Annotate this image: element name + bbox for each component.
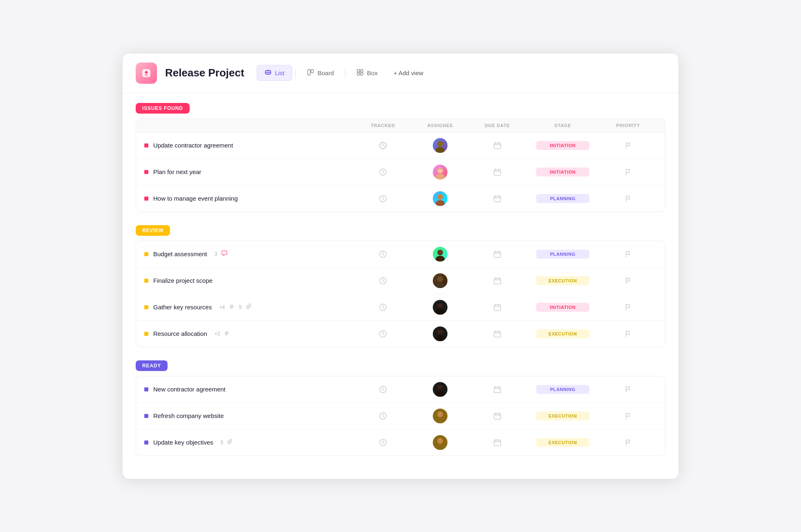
avatar <box>433 273 447 288</box>
stage-badge: PLANNING <box>536 194 589 203</box>
svg-rect-39 <box>494 387 501 393</box>
calendar-icon <box>493 276 502 285</box>
stage-badge: PLANNING <box>536 250 589 259</box>
table-row[interactable]: Gather key resources +4 5 <box>136 294 665 321</box>
tracked-cell <box>354 250 412 259</box>
tracked-cell <box>354 141 412 150</box>
meta-attach-count: 5 <box>239 304 242 310</box>
due-date-cell <box>469 141 526 150</box>
calendar-icon <box>493 168 502 177</box>
svg-point-22 <box>436 256 445 262</box>
due-date-cell <box>469 194 526 203</box>
priority-cell <box>600 303 657 312</box>
task-name: Refresh company website <box>153 412 224 419</box>
table-row[interactable]: Update contractor agreement <box>136 132 665 159</box>
assignee-cell <box>412 326 469 341</box>
stage-badge: EXECUTION <box>536 411 589 420</box>
tracked-icon <box>378 303 387 312</box>
task-dot-yellow <box>144 252 148 256</box>
tab-box[interactable]: Box <box>349 65 385 81</box>
tracked-icon <box>378 141 387 150</box>
task-dot-yellow <box>144 305 148 309</box>
due-date-cell <box>469 438 526 447</box>
table-row[interactable]: Refresh company website <box>136 403 665 429</box>
stage-cell: PLANNING <box>526 194 600 203</box>
assignee-cell <box>412 165 469 179</box>
assignee-cell <box>412 273 469 288</box>
svg-point-34 <box>436 335 445 341</box>
priority-cell <box>600 385 657 394</box>
tracked-icon <box>378 250 387 259</box>
task-meta: 3 <box>215 250 228 258</box>
stage-badge: EXECUTION <box>536 276 589 285</box>
col-due-date: DUE DATE <box>469 123 526 128</box>
avatar <box>433 247 447 262</box>
section-review: REVIEW Budget assessment 3 <box>136 225 665 347</box>
svg-point-14 <box>436 174 445 179</box>
svg-rect-19 <box>494 196 501 202</box>
tab-board[interactable]: Board <box>299 65 342 81</box>
calendar-icon <box>493 303 502 312</box>
badge-ready: READY <box>136 360 168 371</box>
stage-badge: INITIATION <box>536 141 589 150</box>
stage-badge: EXECUTION <box>536 438 589 447</box>
assignee-cell <box>412 247 469 262</box>
calendar-icon <box>493 385 502 394</box>
app-window: Release Project List <box>123 54 678 479</box>
svg-rect-11 <box>494 143 501 149</box>
tracked-cell <box>354 168 412 177</box>
stage-cell: EXECUTION <box>526 276 600 285</box>
task-dot-yellow <box>144 279 148 283</box>
svg-rect-3 <box>311 69 313 73</box>
avatar <box>433 191 447 206</box>
due-date-cell <box>469 385 526 394</box>
tracked-icon <box>378 194 387 203</box>
attachment-icon <box>227 439 233 446</box>
section-header-ready: READY <box>136 360 665 376</box>
svg-point-30 <box>436 309 445 315</box>
tab-list-label: List <box>275 69 284 76</box>
due-date-cell <box>469 411 526 420</box>
table-row[interactable]: How to manage event planning <box>136 186 665 212</box>
svg-point-38 <box>436 391 445 397</box>
link-icon <box>224 330 230 338</box>
avatar <box>433 409 447 423</box>
svg-rect-4 <box>357 69 360 72</box>
tracked-cell <box>354 385 412 394</box>
table-row[interactable]: Plan for next year <box>136 159 665 186</box>
list-icon <box>264 69 272 77</box>
flag-icon <box>624 276 633 285</box>
tracked-icon <box>378 438 387 447</box>
svg-rect-47 <box>494 440 501 446</box>
task-name-cell: How to manage event planning <box>144 195 354 202</box>
table-row[interactable]: New contractor agreement <box>136 376 665 403</box>
assignee-cell <box>412 300 469 315</box>
assignee-cell <box>412 191 469 206</box>
table-row[interactable]: Update key objectives 5 <box>136 429 665 456</box>
col-task <box>144 123 354 128</box>
table-row[interactable]: Finalize project scope <box>136 268 665 294</box>
tracked-icon <box>378 385 387 394</box>
calendar-icon <box>493 250 502 259</box>
table-row[interactable]: Resource allocation +2 <box>136 321 665 347</box>
flag-icon <box>624 250 633 259</box>
svg-point-9 <box>437 141 443 147</box>
flag-icon <box>624 329 633 338</box>
table-row[interactable]: Budget assessment 3 <box>136 241 665 268</box>
priority-cell <box>600 411 657 420</box>
tab-list[interactable]: List <box>257 65 292 81</box>
svg-rect-7 <box>360 73 363 75</box>
priority-cell <box>600 329 657 338</box>
svg-rect-5 <box>360 69 363 72</box>
due-date-cell <box>469 276 526 285</box>
priority-cell <box>600 438 657 447</box>
stage-cell: EXECUTION <box>526 329 600 338</box>
avatar <box>433 138 447 153</box>
task-name: Finalize project scope <box>153 277 213 284</box>
task-meta: +2 <box>215 330 230 338</box>
add-view-button[interactable]: + Add view <box>387 66 430 80</box>
flag-icon <box>624 411 633 420</box>
task-name-cell: Plan for next year <box>144 168 354 175</box>
assignee-cell <box>412 435 469 450</box>
stage-cell: PLANNING <box>526 250 600 259</box>
